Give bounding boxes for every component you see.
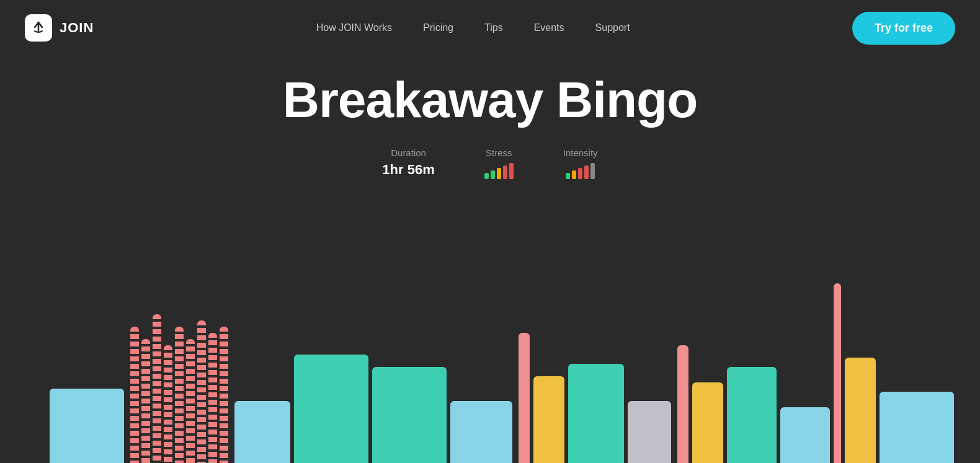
chart-bar bbox=[234, 401, 290, 463]
intensity-bar-2 bbox=[572, 170, 576, 179]
chart-bar bbox=[834, 283, 841, 463]
intensity-indicator bbox=[566, 162, 595, 179]
stat-stress: Stress bbox=[484, 148, 514, 179]
nav-item-how-join-works[interactable]: How JOIN Works bbox=[316, 22, 392, 33]
chart-bar bbox=[186, 339, 195, 463]
logo-icon bbox=[25, 14, 52, 42]
intensity-bar-1 bbox=[566, 173, 570, 179]
chart-group-5 bbox=[372, 367, 447, 463]
try-free-button[interactable]: Try for free bbox=[852, 12, 955, 45]
intensity-bar-3 bbox=[578, 168, 582, 179]
intensity-label: Intensity bbox=[563, 148, 598, 158]
chart-bar bbox=[880, 392, 954, 463]
nav-item-events[interactable]: Events bbox=[534, 22, 564, 33]
nav-item-support[interactable]: Support bbox=[595, 22, 630, 33]
nav-item-tips[interactable]: Tips bbox=[484, 22, 503, 33]
chart-bar bbox=[153, 314, 161, 463]
chart-bar bbox=[197, 320, 206, 463]
chart-bar bbox=[845, 358, 876, 463]
chart-bar bbox=[533, 376, 564, 463]
chart-group-10 bbox=[834, 283, 954, 463]
chart-group-4 bbox=[294, 355, 368, 463]
chart-group-8 bbox=[677, 345, 777, 463]
chart-bar bbox=[677, 345, 688, 463]
duration-value: 1hr 56m bbox=[382, 162, 434, 178]
stress-bar-5 bbox=[509, 163, 514, 179]
chart-bar bbox=[628, 401, 671, 463]
logo-area: JOIN bbox=[25, 14, 94, 42]
hero-title: Breakaway Bingo bbox=[0, 74, 980, 125]
stress-label: Stress bbox=[486, 148, 512, 158]
chart-bar bbox=[208, 333, 217, 463]
chart-bar bbox=[130, 327, 139, 463]
chart-bar bbox=[141, 339, 150, 463]
chart-bar bbox=[692, 382, 723, 463]
chart-bar bbox=[50, 389, 124, 463]
stress-indicator bbox=[484, 162, 514, 179]
navbar: JOIN How JOIN Works Pricing Tips Events … bbox=[0, 0, 980, 56]
stress-bar-4 bbox=[503, 165, 507, 179]
chart-bar bbox=[780, 407, 830, 463]
nav-item-pricing[interactable]: Pricing bbox=[423, 22, 453, 33]
chart-area bbox=[0, 277, 980, 463]
intensity-bar-5 bbox=[590, 163, 595, 179]
chart-bar bbox=[164, 345, 172, 463]
intensity-bar-4 bbox=[584, 165, 589, 179]
stress-bar-2 bbox=[491, 170, 495, 179]
chart-group-3 bbox=[234, 401, 290, 463]
logo-text: JOIN bbox=[60, 20, 94, 36]
chart-group-7 bbox=[519, 333, 671, 463]
chart-group-2 bbox=[130, 314, 228, 463]
stat-duration: Duration 1hr 56m bbox=[382, 148, 434, 178]
stress-bar-3 bbox=[497, 168, 501, 179]
chart-group-1 bbox=[50, 389, 124, 463]
chart-bar bbox=[372, 367, 447, 463]
chart-group-6 bbox=[450, 401, 512, 463]
chart-bar bbox=[220, 327, 228, 463]
chart-bar bbox=[727, 367, 777, 463]
duration-label: Duration bbox=[391, 148, 426, 158]
chart-bar bbox=[450, 401, 512, 463]
nav-links: How JOIN Works Pricing Tips Events Suppo… bbox=[316, 22, 630, 33]
chart-bar bbox=[294, 355, 368, 463]
stat-intensity: Intensity bbox=[563, 148, 598, 179]
chart-bar bbox=[175, 327, 184, 463]
hero-section: Breakaway Bingo Duration 1hr 56m Stress … bbox=[0, 56, 980, 179]
chart-group-9 bbox=[780, 407, 830, 463]
stats-row: Duration 1hr 56m Stress Intensity bbox=[0, 148, 980, 179]
chart-bar bbox=[568, 364, 624, 463]
chart-bar bbox=[519, 333, 530, 463]
stress-bar-1 bbox=[484, 173, 489, 179]
